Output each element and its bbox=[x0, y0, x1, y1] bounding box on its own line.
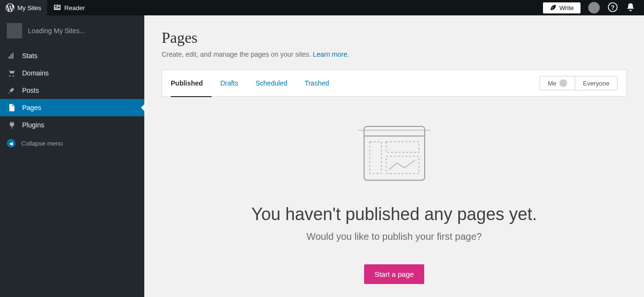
help-icon[interactable]: ? bbox=[607, 2, 618, 14]
write-button[interactable]: Write bbox=[543, 2, 581, 13]
page-icon bbox=[7, 103, 16, 112]
tab-trashed[interactable]: Trashed bbox=[296, 70, 338, 97]
sidebar-menu: Stats Domains Posts Pages bbox=[0, 47, 144, 134]
cart-icon bbox=[7, 69, 16, 77]
author-filter-me[interactable]: Me bbox=[540, 76, 575, 90]
empty-subheading: Would you like to publish your first pag… bbox=[162, 231, 627, 242]
svg-rect-7 bbox=[386, 156, 419, 173]
sidebar-item-label: Domains bbox=[22, 69, 49, 77]
svg-rect-5 bbox=[370, 142, 381, 173]
start-page-button[interactable]: Start a page bbox=[364, 264, 425, 284]
empty-page-illustration-icon bbox=[358, 125, 430, 185]
stats-icon bbox=[7, 51, 16, 60]
svg-rect-6 bbox=[386, 142, 419, 152]
sidebar-item-posts[interactable]: Posts bbox=[0, 82, 144, 99]
sidebar-item-label: Plugins bbox=[22, 121, 44, 129]
nav-reader-label: Reader bbox=[64, 4, 85, 12]
nav-my-sites-label: My Sites bbox=[17, 4, 41, 12]
pin-icon bbox=[7, 86, 16, 95]
sidebar: Loading My Sites... Stats Domains Posts bbox=[0, 15, 144, 297]
sidebar-item-domains[interactable]: Domains bbox=[0, 64, 144, 82]
topbar-right: Write ? bbox=[543, 2, 644, 14]
sidebar-item-pages[interactable]: Pages bbox=[0, 99, 144, 116]
feather-icon bbox=[550, 4, 556, 11]
site-loading-text: Loading My Sites... bbox=[28, 27, 85, 35]
nav-reader[interactable]: Reader bbox=[47, 0, 91, 15]
sidebar-item-plugins[interactable]: Plugins bbox=[0, 116, 144, 134]
empty-heading: You haven't published any pages yet. bbox=[162, 204, 627, 224]
page-description: Create, edit, and manage the pages on yo… bbox=[162, 50, 627, 58]
mini-avatar-icon bbox=[559, 79, 567, 87]
reader-icon bbox=[53, 3, 62, 12]
author-filter: Me Everyone bbox=[540, 76, 618, 90]
plug-icon bbox=[7, 121, 16, 129]
bell-icon[interactable] bbox=[626, 2, 635, 13]
site-card[interactable]: Loading My Sites... bbox=[0, 15, 144, 45]
sidebar-item-label: Pages bbox=[22, 104, 41, 111]
page-title: Pages bbox=[162, 29, 627, 47]
collapse-arrow-icon: ◀ bbox=[7, 139, 15, 148]
tab-drafts[interactable]: Drafts bbox=[212, 70, 247, 97]
author-filter-everyone[interactable]: Everyone bbox=[575, 76, 617, 90]
sidebar-item-label: Posts bbox=[22, 87, 39, 94]
nav-my-sites[interactable]: My Sites bbox=[0, 0, 47, 15]
topbar: My Sites Reader Write ? bbox=[0, 0, 644, 15]
svg-rect-3 bbox=[364, 126, 425, 180]
tab-published[interactable]: Published bbox=[171, 70, 212, 97]
write-button-label: Write bbox=[559, 4, 574, 12]
main-content: Pages Create, edit, and manage the pages… bbox=[144, 15, 644, 297]
sidebar-item-label: Stats bbox=[22, 52, 38, 60]
collapse-menu[interactable]: ◀ Collapse menu bbox=[0, 135, 144, 152]
tab-scheduled[interactable]: Scheduled bbox=[247, 70, 296, 97]
sidebar-item-stats[interactable]: Stats bbox=[0, 47, 144, 64]
svg-text:?: ? bbox=[611, 3, 615, 11]
avatar-icon[interactable] bbox=[588, 2, 600, 13]
site-thumbnail bbox=[7, 23, 22, 38]
empty-state: You haven't published any pages yet. Wou… bbox=[162, 97, 627, 284]
wordpress-logo-icon bbox=[6, 3, 14, 12]
tab-bar: Published Drafts Scheduled Trashed Me Ev… bbox=[162, 70, 627, 97]
learn-more-link[interactable]: Learn more. bbox=[313, 50, 349, 58]
collapse-label: Collapse menu bbox=[21, 140, 63, 147]
